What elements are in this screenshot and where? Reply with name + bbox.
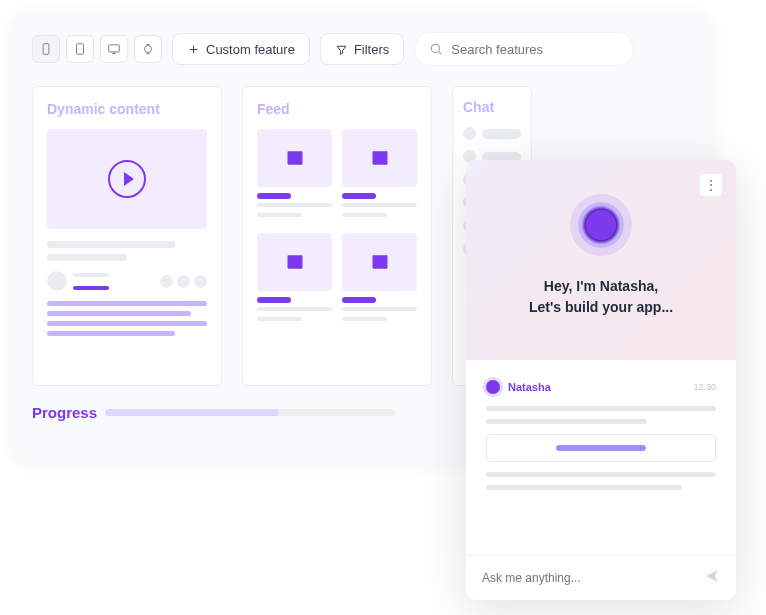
- placeholder-line: [342, 307, 417, 311]
- placeholder-line: [257, 203, 332, 207]
- chat-body: Natasha 12.30: [466, 360, 736, 555]
- image-icon: [285, 148, 305, 168]
- svg-point-4: [432, 44, 440, 52]
- device-desktop-button[interactable]: [100, 35, 128, 63]
- svg-point-8: [376, 155, 379, 158]
- filters-button[interactable]: Filters: [320, 33, 404, 65]
- custom-feature-label: Custom feature: [206, 42, 295, 57]
- feed-tile: [257, 129, 332, 223]
- feed-grid: [257, 129, 417, 327]
- suggested-action-button[interactable]: [486, 434, 716, 462]
- placeholder-line: [342, 213, 387, 217]
- placeholder-line: [257, 213, 302, 217]
- desktop-icon: [107, 42, 121, 56]
- plus-icon: [187, 43, 200, 56]
- progress-track: [105, 409, 395, 416]
- media-preview: [47, 129, 207, 229]
- image-icon: [370, 252, 390, 272]
- send-icon: [704, 568, 720, 584]
- placeholder-line: [47, 301, 207, 306]
- placeholder-line: [73, 273, 109, 277]
- feed-card[interactable]: Feed: [242, 86, 432, 386]
- svg-rect-1: [77, 44, 84, 55]
- placeholder-line: [47, 321, 207, 326]
- placeholder-line: [257, 193, 291, 199]
- placeholder-line: [73, 286, 109, 290]
- dot-icon: [177, 275, 190, 288]
- filters-label: Filters: [354, 42, 389, 57]
- card-title: Feed: [257, 101, 417, 117]
- play-icon: [108, 160, 146, 198]
- image-icon: [370, 148, 390, 168]
- feed-tile: [342, 233, 417, 327]
- card-title: Chat: [463, 99, 521, 115]
- device-tablet-button[interactable]: [66, 35, 94, 63]
- feed-tile: [257, 233, 332, 327]
- avatar-row: [47, 271, 207, 291]
- placeholder-line: [486, 419, 647, 424]
- message-header: Natasha 12.30: [486, 380, 716, 394]
- progress-fill: [105, 409, 279, 416]
- search-input[interactable]: [451, 42, 619, 57]
- sender-avatar-icon: [486, 380, 500, 394]
- watch-icon: [141, 42, 155, 56]
- svg-point-3: [145, 46, 152, 53]
- dynamic-content-card[interactable]: Dynamic content: [32, 86, 222, 386]
- placeholder-line: [257, 317, 302, 321]
- custom-feature-button[interactable]: Custom feature: [172, 33, 310, 65]
- send-button[interactable]: [704, 568, 720, 588]
- progress-label: Progress: [32, 404, 97, 421]
- avatar-icon: [47, 271, 67, 291]
- dot-icon: [463, 127, 476, 140]
- svg-rect-2: [109, 45, 120, 52]
- feed-tile: [342, 129, 417, 223]
- image-icon: [285, 252, 305, 272]
- placeholder-line: [47, 254, 127, 261]
- placeholder-line: [47, 311, 191, 316]
- dot-icon: [160, 275, 173, 288]
- chat-assistant-panel: ⋮ Hey, I'm Natasha, Let's build your app…: [466, 160, 736, 600]
- toolbar: Custom feature Filters: [32, 32, 692, 66]
- hero-line-1: Hey, I'm Natasha,: [529, 276, 673, 297]
- device-toggle-group: [32, 35, 162, 63]
- card-title: Dynamic content: [47, 101, 207, 117]
- hero-line-2: Let's build your app...: [529, 297, 673, 318]
- placeholder-line: [47, 331, 175, 336]
- placeholder-line: [342, 203, 417, 207]
- phone-icon: [39, 42, 53, 56]
- dot-icon: [194, 275, 207, 288]
- placeholder-line: [556, 445, 646, 451]
- chat-composer: [466, 555, 736, 600]
- placeholder-line: [257, 297, 291, 303]
- placeholder-line: [486, 485, 682, 490]
- svg-point-6: [291, 155, 294, 158]
- sender-name: Natasha: [508, 381, 551, 393]
- svg-rect-0: [43, 44, 49, 55]
- placeholder-line: [342, 193, 376, 199]
- placeholder-line: [482, 129, 521, 139]
- placeholder-line: [486, 472, 716, 477]
- message-time: 12.30: [693, 382, 716, 392]
- device-watch-button[interactable]: [134, 35, 162, 63]
- hero-text: Hey, I'm Natasha, Let's build your app..…: [529, 276, 673, 318]
- tablet-icon: [73, 42, 87, 56]
- chat-hero: ⋮ Hey, I'm Natasha, Let's build your app…: [466, 160, 736, 360]
- device-phone-button[interactable]: [32, 35, 60, 63]
- placeholder-line: [342, 317, 387, 321]
- chat-menu-button[interactable]: ⋮: [700, 174, 722, 196]
- svg-point-12: [376, 259, 379, 262]
- composer-input[interactable]: [482, 571, 694, 585]
- placeholder-line: [342, 297, 376, 303]
- placeholder-line: [257, 307, 332, 311]
- placeholder-line: [47, 241, 175, 248]
- svg-point-10: [291, 259, 294, 262]
- search-box[interactable]: [414, 32, 634, 66]
- filter-icon: [335, 43, 348, 56]
- placeholder-line: [486, 406, 716, 411]
- assistant-orb-icon: [578, 202, 624, 248]
- search-icon: [429, 42, 443, 56]
